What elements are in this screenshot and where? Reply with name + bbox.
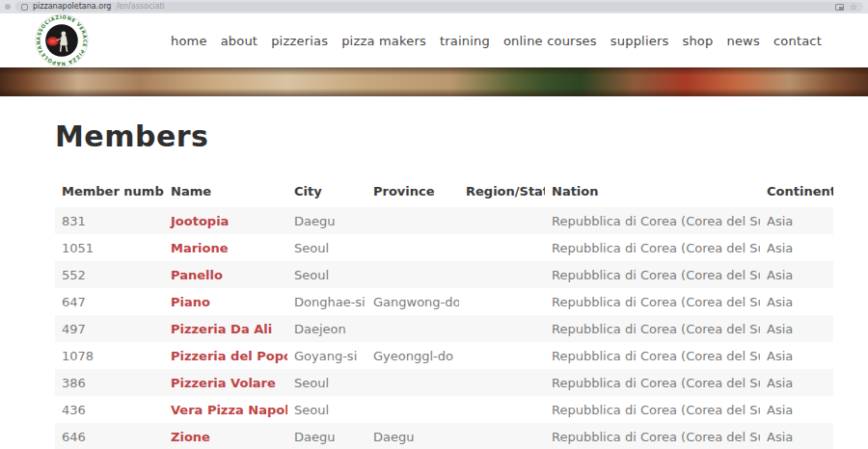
province-cell: [366, 369, 459, 396]
region-state-cell: [459, 261, 545, 288]
nation-cell: Repubblica di Corea (Corea del Sud): [545, 207, 760, 234]
address-bar[interactable]: pizzanapoletana.org/en/associati ☆: [15, 2, 863, 12]
nav-item-shop[interactable]: shop: [682, 34, 713, 48]
column-header: City: [287, 178, 366, 207]
continent-cell: Asia: [760, 234, 833, 261]
avpn-logo-icon: ASSOCIAZIONE VERACE PIZZA NAPOLETANA: [35, 13, 89, 67]
region-state-cell: [459, 234, 545, 261]
city-cell: Donghae-si: [287, 288, 366, 315]
nav-item-news[interactable]: news: [726, 34, 759, 48]
member-name-cell: Zione: [164, 423, 287, 449]
page-title: Members: [55, 119, 813, 153]
nation-cell: Repubblica di Corea (Corea del Sud): [545, 315, 760, 342]
city-cell: Daegu: [287, 423, 366, 449]
url-host: pizzanapoletana.org: [33, 2, 111, 12]
region-state-cell: [459, 342, 545, 369]
province-cell: Gangwong-do: [366, 288, 459, 315]
nation-cell: Repubblica di Corea (Corea del Sud): [545, 288, 760, 315]
url-path: /en/associati: [116, 2, 164, 12]
members-table-body: 831 Jootopia Daegu Repubblica di Corea (…: [55, 207, 833, 449]
member-name-cell: Vera Pizza Napoli: [164, 396, 287, 423]
nation-cell: Repubblica di Corea (Corea del Sud): [545, 234, 760, 261]
site-logo[interactable]: ASSOCIAZIONE VERACE PIZZA NAPOLETANA: [35, 13, 89, 67]
member-number-cell: 552: [55, 261, 164, 288]
member-number-cell: 646: [55, 423, 164, 449]
column-header: Nation: [545, 178, 760, 207]
members-table: Member numberNameCityProvinceRegion/Stat…: [55, 178, 833, 449]
city-cell: Daegu: [287, 207, 366, 234]
column-header: Name: [164, 178, 287, 207]
nav-item-pizzerias[interactable]: pizzerias: [271, 34, 328, 48]
province-cell: Daegu: [366, 423, 459, 449]
site-header: ASSOCIAZIONE VERACE PIZZA NAPOLETANA hom…: [0, 13, 868, 67]
column-header: Continent: [760, 178, 833, 207]
picture-in-picture-icon[interactable]: [835, 4, 844, 11]
nav-item-about[interactable]: about: [221, 34, 258, 48]
member-name-cell: Marione: [164, 234, 287, 261]
member-name-cell: Pizzeria Volare: [164, 369, 287, 396]
region-state-cell: [459, 207, 545, 234]
province-cell: [366, 207, 459, 234]
table-row: 552 Panello Seoul Repubblica di Corea (C…: [55, 261, 833, 288]
table-row: 436 Vera Pizza Napoli Seoul Repubblica d…: [55, 396, 833, 423]
nation-cell: Repubblica di Corea (Corea del Sud): [545, 342, 760, 369]
region-state-cell: [459, 315, 545, 342]
column-header: Province: [366, 178, 459, 207]
member-name-link[interactable]: Pizzeria Volare: [171, 376, 276, 390]
city-cell: Daejeon: [287, 315, 366, 342]
member-number-cell: 831: [55, 207, 164, 234]
table-header-row: Member numberNameCityProvinceRegion/Stat…: [55, 178, 833, 207]
region-state-cell: [459, 396, 545, 423]
member-number-cell: 386: [55, 369, 164, 396]
nation-cell: Repubblica di Corea (Corea del Sud): [545, 369, 760, 396]
table-row: 386 Pizzeria Volare Seoul Repubblica di …: [55, 369, 833, 396]
member-name-cell: Pizzeria Da Ali: [164, 315, 287, 342]
member-name-link[interactable]: Panello: [171, 268, 223, 282]
table-row: 497 Pizzeria Da Ali Daejeon Repubblica d…: [55, 315, 833, 342]
province-cell: [366, 234, 459, 261]
member-name-link[interactable]: Zione: [171, 430, 210, 444]
nation-cell: Repubblica di Corea (Corea del Sud): [545, 261, 760, 288]
continent-cell: Asia: [760, 315, 833, 342]
table-row: 1078 Pizzeria del Popolo Goyang-si Gyeon…: [55, 342, 833, 369]
nav-item-suppliers[interactable]: suppliers: [610, 34, 669, 48]
main-content: Members Member numberNameCityProvinceReg…: [0, 119, 868, 449]
city-cell: Seoul: [287, 261, 366, 288]
nav-item-online-courses[interactable]: online courses: [503, 34, 597, 48]
member-name-link[interactable]: Pizzeria del Popolo: [171, 349, 287, 363]
hero-pizza-image: [0, 67, 868, 96]
member-name-cell: Panello: [164, 261, 287, 288]
city-cell: Goyang-si: [287, 342, 366, 369]
nav-item-training[interactable]: training: [440, 34, 490, 48]
browser-chrome: pizzanapoletana.org/en/associati ☆: [0, 0, 868, 13]
member-number-cell: 647: [55, 288, 164, 315]
city-cell: Seoul: [287, 234, 366, 261]
nav-item-contact[interactable]: contact: [773, 34, 822, 48]
member-number-cell: 1078: [55, 342, 164, 369]
table-row: 647 Piano Donghae-si Gangwong-do Repubbl…: [55, 288, 833, 315]
continent-cell: Asia: [760, 288, 833, 315]
member-name-link[interactable]: Vera Pizza Napoli: [171, 403, 287, 417]
member-number-cell: 497: [55, 315, 164, 342]
member-name-link[interactable]: Jootopia: [171, 214, 229, 228]
continent-cell: Asia: [760, 369, 833, 396]
member-number-cell: 436: [55, 396, 164, 423]
member-name-cell: Piano: [164, 288, 287, 315]
column-header: Member number: [55, 178, 164, 207]
nav-item-home[interactable]: home: [171, 34, 207, 48]
region-state-cell: [459, 288, 545, 315]
member-name-link[interactable]: Pizzeria Da Ali: [171, 322, 272, 336]
table-row: 646 Zione Daegu Daegu Repubblica di Core…: [55, 423, 833, 449]
nav-item-pizza-makers[interactable]: pizza makers: [341, 34, 426, 48]
continent-cell: Asia: [760, 423, 833, 449]
region-state-cell: [459, 423, 545, 449]
member-name-cell: Pizzeria del Popolo: [164, 342, 287, 369]
main-nav: homeaboutpizzeriaspizza makerstrainingon…: [171, 34, 822, 48]
page-info-icon[interactable]: [21, 4, 28, 11]
member-name-link[interactable]: Piano: [171, 295, 210, 309]
member-name-cell: Jootopia: [164, 207, 287, 234]
bookmark-star-icon[interactable]: ☆: [850, 3, 857, 12]
continent-cell: Asia: [760, 261, 833, 288]
member-name-link[interactable]: Marione: [171, 241, 229, 255]
table-row: 831 Jootopia Daegu Repubblica di Corea (…: [55, 207, 833, 234]
